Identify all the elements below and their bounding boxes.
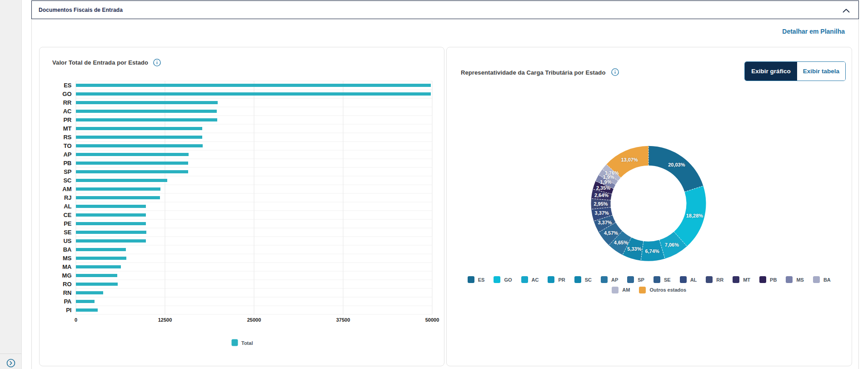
svg-text:12500: 12500 (158, 317, 172, 323)
svg-text:SP: SP (64, 168, 72, 175)
svg-text:PI: PI (66, 307, 71, 313)
svg-text:7,06%: 7,06% (665, 242, 679, 248)
svg-text:13,07%: 13,07% (621, 157, 638, 162)
svg-text:RO: RO (63, 281, 72, 288)
svg-text:3,37%: 3,37% (595, 210, 609, 216)
svg-text:AP: AP (63, 151, 71, 158)
svg-text:ES: ES (64, 82, 72, 89)
svg-text:5,33%: 5,33% (627, 246, 641, 252)
svg-text:1,76%: 1,76% (605, 170, 619, 176)
svg-text:SE: SE (64, 229, 72, 236)
svg-text:TO: TO (64, 142, 72, 149)
svg-text:2,35%: 2,35% (596, 185, 610, 191)
svg-text:18,28%: 18,28% (686, 213, 703, 218)
svg-text:AM: AM (62, 186, 71, 192)
svg-text:CE: CE (63, 212, 71, 218)
svg-text:GO: GO (62, 91, 71, 97)
svg-text:2,95%: 2,95% (594, 201, 608, 207)
svg-text:PE: PE (64, 220, 72, 227)
svg-text:RR: RR (63, 99, 72, 106)
svg-text:PB: PB (63, 160, 71, 167)
svg-text:BA: BA (63, 246, 72, 253)
svg-text:25000: 25000 (247, 317, 261, 323)
svg-text:RS: RS (63, 134, 71, 141)
svg-text:37500: 37500 (336, 317, 350, 323)
svg-text:AC: AC (63, 108, 72, 115)
svg-text:20,03%: 20,03% (668, 162, 685, 167)
svg-text:1,9%: 1,9% (600, 179, 611, 185)
svg-text:4,57%: 4,57% (604, 230, 618, 236)
svg-text:MT: MT (63, 125, 72, 132)
svg-text:SC: SC (63, 177, 72, 184)
svg-text:MA: MA (62, 263, 72, 270)
svg-text:AL: AL (64, 203, 71, 210)
svg-text:MS: MS (63, 255, 72, 262)
svg-text:50000: 50000 (425, 317, 439, 323)
svg-text:0: 0 (75, 317, 77, 323)
svg-text:6,74%: 6,74% (645, 248, 659, 254)
svg-text:PR: PR (63, 116, 72, 123)
svg-text:PA: PA (64, 298, 72, 305)
svg-text:US: US (63, 238, 71, 244)
svg-text:Total: Total (241, 340, 253, 346)
svg-text:RN: RN (63, 289, 72, 296)
svg-text:3,37%: 3,37% (598, 220, 612, 225)
svg-text:RJ: RJ (64, 194, 72, 201)
svg-text:2,64%: 2,64% (594, 192, 609, 198)
svg-text:4,65%: 4,65% (614, 240, 628, 245)
svg-text:MG: MG (62, 272, 72, 279)
